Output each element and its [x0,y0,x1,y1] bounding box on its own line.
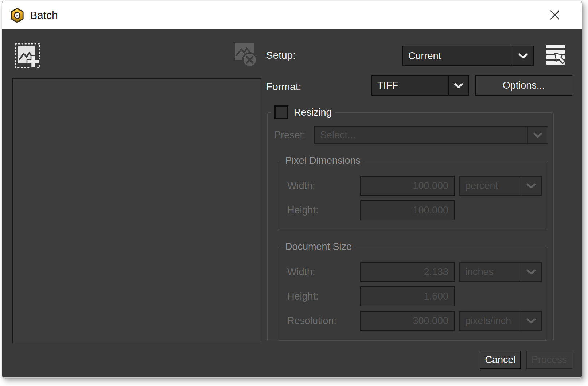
doc-width-input [360,262,455,282]
unit-value: pixels/inch [460,312,521,330]
doc-width-row: Width: inches [278,262,548,282]
doc-height-input [360,286,455,306]
doc-width-unit-dropdown: inches [459,262,542,282]
setup-dropdown-value: Current [403,46,513,65]
resizing-label: Resizing [294,107,332,118]
remove-images-button [230,39,260,70]
setup-label: Setup: [266,50,296,61]
doc-height-row: Height: [278,286,548,306]
apply-setup-to-list-button[interactable] [544,43,572,69]
preset-dropdown: Select... [314,126,548,144]
resizing-legend: Resizing [271,105,335,119]
width-label: Width: [278,180,360,192]
setup-dropdown[interactable]: Current [402,46,534,66]
app-box-icon [10,8,24,23]
unit-value: inches [460,263,521,281]
preset-label: Preset: [274,130,314,141]
doc-resolution-row: Resolution: pixels/inch [278,311,548,331]
preset-dropdown-value: Select... [315,127,527,143]
chevron-down-icon [449,76,468,95]
pixel-width-input [360,176,455,196]
batch-dialog: Batch [2,1,582,378]
chevron-down-icon [528,127,548,143]
resizing-group: Resizing Preset: Select... [267,105,554,341]
chevron-down-icon [521,263,541,281]
chevron-down-icon [521,312,541,330]
close-button[interactable] [547,7,563,23]
chevron-down-icon [513,46,533,65]
pixel-height-row: Height: [278,200,548,220]
preset-row: Preset: Select... [274,126,548,144]
process-button: Process [526,351,572,369]
close-x-icon [549,9,561,21]
pixel-width-row: Width: percent [278,176,548,196]
screen: Batch [0,0,588,386]
width-label: Width: [278,266,360,278]
resolution-label: Resolution: [278,315,360,327]
dialog-title: Batch [30,9,58,22]
format-dropdown[interactable]: TIFF [371,75,469,96]
batch-file-list[interactable] [12,78,261,343]
height-label: Height: [278,291,360,302]
height-label: Height: [278,205,360,216]
cancel-button[interactable]: Cancel [480,351,521,369]
doc-resolution-input [360,311,455,331]
unit-value: percent [460,177,521,195]
remove-images-icon [230,39,260,70]
document-size-legend: Document Size [282,241,355,252]
titlebar[interactable]: Batch [2,1,582,29]
format-label: Format: [266,81,301,93]
add-images-icon [14,42,41,70]
doc-resolution-unit-dropdown: pixels/inch [459,311,542,331]
format-options-button[interactable]: Options... [475,75,572,96]
document-size-group: Document Size Width: inches [278,241,548,341]
resizing-checkbox[interactable] [274,105,288,119]
apply-setup-list-icon [544,43,572,69]
dialog-body: Setup: Current [2,29,582,378]
add-images-button[interactable] [14,42,41,70]
chevron-down-icon [521,177,541,195]
pixel-height-input [360,200,455,220]
pixel-dimensions-group: Pixel Dimensions Width: percent [278,155,548,230]
pixel-width-unit-dropdown: percent [459,176,542,196]
format-dropdown-value: TIFF [372,76,448,95]
pixel-dimensions-legend: Pixel Dimensions [282,155,364,166]
